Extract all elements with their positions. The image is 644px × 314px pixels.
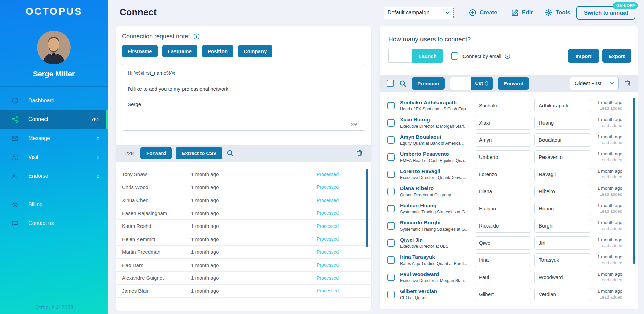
user-name-link[interactable]: Riccardo Borghi: [400, 220, 475, 226]
sidebar-item-dashboard[interactable]: Dashboard: [0, 91, 108, 110]
users-count-input[interactable]: [388, 49, 412, 63]
sidebar-item-count: 761: [91, 117, 99, 123]
user-checkbox[interactable]: [387, 222, 395, 230]
user-checkbox[interactable]: [387, 256, 395, 264]
sort-select[interactable]: Oldest First: [570, 77, 619, 90]
cut-count-input[interactable]: [450, 77, 471, 90]
user-firstname-input[interactable]: [475, 253, 531, 267]
export-button[interactable]: Export: [602, 49, 631, 63]
user-name-link[interactable]: Srichakri Adhikarapatti: [400, 100, 475, 106]
user-info: Umberto Pesavento EMEA Head of Cash Equi…: [400, 151, 475, 163]
user-name-link[interactable]: Umberto Pesavento: [400, 151, 475, 157]
user-title: Executive Director at Morgan Stan...: [400, 124, 475, 129]
user-firstname-input[interactable]: [475, 271, 531, 284]
import-button[interactable]: Import: [568, 49, 599, 63]
user-time: 1 month ago: [597, 117, 622, 123]
user-lastname-input[interactable]: [534, 202, 591, 215]
sidebar-item-message[interactable]: Message 0: [0, 129, 108, 148]
forward-button[interactable]: Forward: [498, 77, 529, 90]
search-icon[interactable]: [399, 80, 407, 88]
user-name-link[interactable]: Irina Tarasyuk: [400, 254, 475, 260]
user-checkbox[interactable]: [387, 119, 395, 127]
user-firstname-input[interactable]: [475, 168, 531, 181]
sidebar-item-endorse[interactable]: Endorse 0: [0, 167, 108, 185]
extract-to-csv-button[interactable]: Extract to CSV: [176, 147, 222, 159]
sidebar-item-label: Billing: [28, 202, 43, 208]
user-name-link[interactable]: Qiwei Jin: [400, 237, 475, 243]
user-lastname-input[interactable]: [534, 116, 591, 130]
launch-button[interactable]: Launch: [412, 49, 443, 63]
info-icon[interactable]: [504, 53, 511, 59]
user-info: Diana Ribeiro Quant, Director at Citigro…: [400, 185, 475, 197]
envelope-icon: [11, 135, 19, 142]
user-checkbox[interactable]: [387, 136, 395, 144]
sidebar-item-billing[interactable]: Billing: [0, 195, 108, 214]
select-all-checkbox[interactable]: [387, 80, 394, 87]
create-button[interactable]: Create: [469, 9, 497, 17]
user-list-scrollbar[interactable]: [633, 98, 635, 264]
user-name-link[interactable]: Diana Ribeiro: [400, 185, 475, 191]
user-checkbox[interactable]: [387, 188, 395, 195]
user-lastname-input[interactable]: [534, 150, 591, 164]
note-textarea-wrap: Hi %%first_name%%, I'd like to add you t…: [122, 64, 365, 131]
sidebar-item-visit[interactable]: Visit 0: [0, 148, 108, 167]
cut-stepper[interactable]: [484, 80, 489, 86]
user-status: Lead added: [597, 191, 622, 197]
forward-button[interactable]: Forward: [140, 147, 172, 159]
edit-button[interactable]: Edit: [511, 9, 533, 17]
user-checkbox[interactable]: [387, 205, 395, 212]
user-checkbox[interactable]: [387, 171, 395, 178]
user-firstname-input[interactable]: [475, 185, 531, 198]
processed-status: Processed: [317, 262, 339, 268]
user-name-link[interactable]: Paul Woodward: [400, 271, 475, 277]
sidebar-item-contact-us[interactable]: Contact us: [0, 214, 108, 233]
user-firstname-input[interactable]: [475, 236, 531, 250]
user-lastname-input[interactable]: [534, 99, 591, 112]
user-lastname-input[interactable]: [534, 271, 591, 284]
user-firstname-input[interactable]: [475, 133, 531, 147]
company-token-button[interactable]: Company: [238, 45, 272, 57]
tools-button[interactable]: Tools: [545, 9, 570, 17]
user-firstname-input[interactable]: [475, 202, 531, 215]
user-checkbox[interactable]: [387, 239, 395, 247]
note-textarea[interactable]: Hi %%first_name%%, I'd like to add you t…: [122, 64, 365, 131]
user-time: 1 month ago: [597, 185, 622, 191]
user-checkbox[interactable]: [387, 153, 395, 161]
user-name-link[interactable]: Gilbert Verdian: [400, 288, 475, 294]
user-name-link[interactable]: Haibiao Huang: [400, 203, 475, 209]
sidebar-item-connect[interactable]: Connect 761: [0, 110, 108, 129]
user-firstname-input[interactable]: [475, 288, 531, 301]
user-checkbox[interactable]: [387, 291, 395, 298]
user-lastname-input[interactable]: [534, 236, 591, 250]
trash-icon[interactable]: [624, 80, 631, 87]
user-firstname-input[interactable]: [475, 219, 531, 233]
user-firstname-input[interactable]: [475, 99, 531, 112]
user-firstname-input[interactable]: [475, 150, 531, 164]
user-lastname-input[interactable]: [534, 185, 591, 198]
user-name-link[interactable]: Xiaxi Huang: [400, 117, 475, 123]
user-lastname-input[interactable]: [534, 288, 591, 301]
user-lastname-input[interactable]: [534, 168, 591, 181]
premium-button[interactable]: Premium: [412, 77, 445, 90]
position-token-button[interactable]: Position: [202, 45, 233, 57]
processed-scrollbar[interactable]: [366, 169, 368, 247]
lastname-token-button[interactable]: Lastname: [162, 45, 197, 57]
firstname-token-button[interactable]: Firstname: [122, 45, 158, 57]
user-checkbox[interactable]: [387, 274, 395, 281]
processed-name: Karim Roshd: [122, 223, 191, 229]
user-name-link[interactable]: Lorenzo Ravagli: [400, 168, 475, 174]
user-lastname-input[interactable]: [534, 133, 591, 147]
user-name-link[interactable]: Amyn Boualaoui: [400, 134, 475, 140]
trash-icon[interactable]: [356, 149, 363, 157]
info-icon[interactable]: [193, 33, 200, 40]
user-lastname-input[interactable]: [534, 253, 591, 267]
search-icon[interactable]: [226, 149, 234, 157]
user-checkbox[interactable]: [387, 102, 395, 109]
switch-to-annual-button[interactable]: Switch to annual -35% OFF: [576, 6, 635, 20]
campaign-select[interactable]: Default campaign: [384, 7, 454, 19]
chevron-down-icon: [445, 10, 451, 16]
connect-by-email-checkbox[interactable]: [451, 52, 458, 60]
user-firstname-input[interactable]: [475, 116, 531, 130]
user-lastname-input[interactable]: [534, 219, 591, 233]
cut-button[interactable]: Cut: [471, 77, 493, 90]
